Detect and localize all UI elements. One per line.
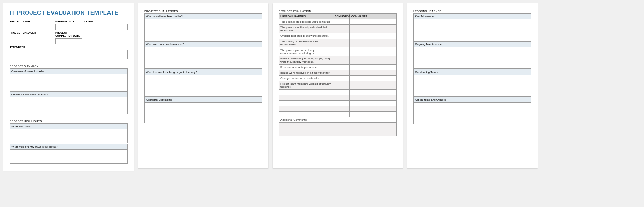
cell-comments[interactable]: [349, 90, 396, 95]
cell-achieved[interactable]: [333, 112, 349, 117]
cell-achieved[interactable]: [333, 65, 349, 70]
table-row: Project baselines (i.e., time, scope, co…: [279, 56, 397, 65]
body-went-well[interactable]: [10, 129, 127, 143]
cell-lesson[interactable]: [279, 106, 333, 112]
cell-lesson[interactable]: [279, 101, 333, 106]
header-criteria-success: Criteria for evaluating success: [10, 92, 127, 97]
table-row: [279, 112, 397, 117]
cell-comments[interactable]: [349, 65, 396, 70]
cell-achieved[interactable]: [333, 39, 349, 47]
input-project-manager[interactable]: [10, 35, 53, 41]
cell-lesson[interactable]: Original cost projections were accurate.: [279, 33, 333, 39]
input-attendees[interactable]: [10, 50, 128, 59]
cell-comments[interactable]: [349, 39, 396, 47]
document-title: IT PROJECT EVALUATION TEMPLATE: [10, 10, 128, 17]
cell-comments[interactable]: [349, 76, 396, 81]
cell-lesson[interactable]: Project baselines (i.e., time, scope, co…: [279, 56, 333, 65]
cell-achieved[interactable]: [333, 106, 349, 112]
block-could-better: What could have been better?: [144, 13, 262, 41]
th-comments: COMMENTS: [349, 14, 396, 19]
cell-comments[interactable]: [349, 70, 396, 76]
cell-comments[interactable]: [349, 25, 396, 33]
eval-header-row: LESSON LEARNED ACHIEVED? COMMENTS: [279, 14, 397, 19]
heading-project-challenges: PROJECT CHALLENGES: [144, 10, 262, 13]
cell-achieved[interactable]: [333, 33, 349, 39]
body-outstanding-tasks[interactable]: [414, 75, 531, 96]
heading-lessons-learned: LESSONS LEARNED: [413, 10, 531, 13]
cell-achieved[interactable]: [333, 81, 349, 90]
cell-comments[interactable]: [349, 95, 396, 101]
cell-lesson[interactable]: [279, 112, 333, 117]
cell-lesson[interactable]: Change control was constructive.: [279, 76, 333, 81]
input-completion-date[interactable]: [55, 38, 82, 44]
table-row: [279, 106, 397, 112]
label-completion-date: PROJECT COMPLETION DATE: [55, 31, 82, 37]
body-action-items[interactable]: [414, 103, 531, 124]
field-spacer: [84, 31, 128, 44]
cell-comments[interactable]: [349, 56, 396, 65]
input-project-name[interactable]: [10, 24, 53, 30]
cell-achieved[interactable]: [333, 70, 349, 76]
page-4: LESSONS LEARNED Key Takeaways Ongoing Ma…: [407, 3, 538, 168]
cell-achieved[interactable]: [333, 56, 349, 65]
cell-lesson[interactable]: Risk was adequately controlled.: [279, 65, 333, 70]
table-row: [279, 95, 397, 101]
cell-lesson[interactable]: The quality of deliverables met expectat…: [279, 39, 333, 47]
body-could-better[interactable]: [145, 19, 262, 41]
header-tech-challenges: What technical challenges got in the way…: [145, 69, 262, 75]
body-key-problems[interactable]: [145, 47, 262, 68]
cell-lesson[interactable]: The project met the original scheduled m…: [279, 25, 333, 33]
cell-lesson[interactable]: The original project goals were achieved…: [279, 19, 333, 25]
cell-comments[interactable]: [349, 106, 396, 112]
cell-achieved[interactable]: [333, 47, 349, 56]
table-row: The original project goals were achieved…: [279, 19, 397, 25]
cell-achieved[interactable]: [333, 19, 349, 25]
body-key-accomplishments[interactable]: [10, 150, 127, 163]
cell-lesson[interactable]: Project team members worked effectively …: [279, 81, 333, 90]
body-tech-challenges[interactable]: [145, 75, 262, 96]
cell-lesson[interactable]: Issues were resolved in a timely manner.: [279, 70, 333, 76]
cell-comments[interactable]: [349, 47, 396, 56]
body-ongoing-maintenance[interactable]: [414, 47, 531, 68]
header-key-accomplishments: What were the key accomplishments?: [10, 144, 127, 150]
stack-project-summary: Overview of project charter Criteria for…: [10, 68, 128, 114]
field-project-manager: PROJECT MANAGER: [10, 31, 53, 44]
table-row: [279, 101, 397, 106]
cell-comments[interactable]: [349, 112, 396, 117]
input-additional-comments-p3[interactable]: [279, 123, 397, 136]
input-meeting-date[interactable]: [55, 24, 82, 30]
header-key-takeaways: Key Takeaways: [414, 14, 531, 19]
body-key-takeaways[interactable]: [414, 19, 531, 41]
cell-lesson[interactable]: [279, 95, 333, 101]
table-row: [279, 90, 397, 95]
header-overview-charter: Overview of project charter: [10, 69, 127, 74]
cell-achieved[interactable]: [333, 101, 349, 106]
page-1: IT PROJECT EVALUATION TEMPLATE PROJECT N…: [3, 3, 134, 171]
cell-achieved[interactable]: [333, 90, 349, 95]
table-row: Issues were resolved in a timely manner.: [279, 70, 397, 76]
stack-project-highlights: What went well? What were the key accomp…: [10, 123, 128, 164]
cell-achieved[interactable]: [333, 95, 349, 101]
cell-achieved[interactable]: [333, 25, 349, 33]
field-row-1: PROJECT NAME MEETING DATE CLIENT: [10, 20, 128, 30]
cell-comments[interactable]: [349, 19, 396, 25]
field-meeting-date: MEETING DATE: [55, 20, 82, 30]
page-2: PROJECT CHALLENGES What could have been …: [138, 3, 268, 168]
block-criteria-success: Criteria for evaluating success: [10, 91, 128, 114]
stack-lessons-learned: Key Takeaways Ongoing Maintenance Outsta…: [413, 13, 531, 124]
heading-project-summary: PROJECT SUMMARY: [10, 65, 128, 68]
body-overview-charter[interactable]: [10, 74, 127, 91]
block-ongoing-maintenance: Ongoing Maintenance: [413, 41, 531, 69]
cell-comments[interactable]: [349, 101, 396, 106]
field-project-name: PROJECT NAME: [10, 20, 53, 30]
cell-comments[interactable]: [349, 81, 396, 90]
block-action-items: Action Items and Owners: [413, 97, 531, 124]
cell-comments[interactable]: [349, 33, 396, 39]
cell-achieved[interactable]: [333, 76, 349, 81]
body-criteria-success[interactable]: [10, 97, 127, 114]
header-additional-comments-p2: Additional Comments: [145, 97, 262, 103]
cell-lesson[interactable]: [279, 90, 333, 95]
cell-lesson[interactable]: The project plan was clearly communicate…: [279, 47, 333, 56]
input-client[interactable]: [84, 24, 128, 30]
body-additional-comments-p2[interactable]: [145, 103, 262, 123]
